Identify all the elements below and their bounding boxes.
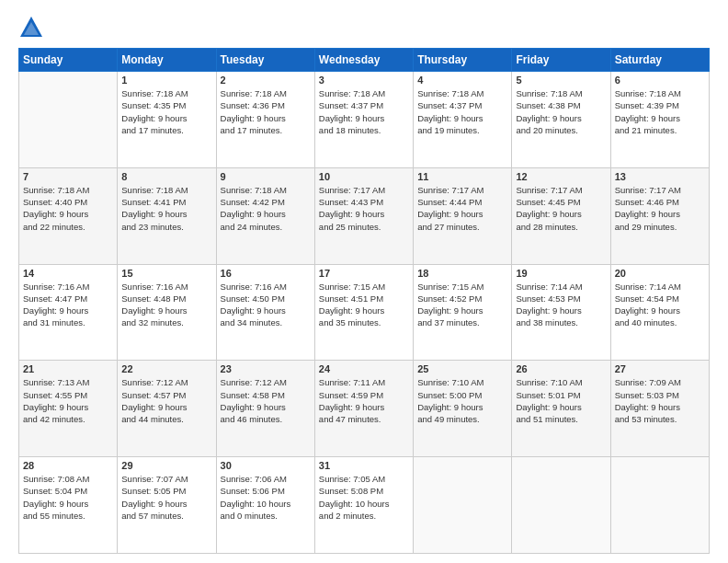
header-day: Friday [512, 49, 610, 72]
day-number: 8 [121, 171, 211, 182]
header-day: Thursday [414, 49, 512, 72]
day-info: Sunrise: 7:10 AM Sunset: 5:01 PM Dayligh… [516, 376, 606, 425]
calendar-cell: 2Sunrise: 7:18 AM Sunset: 4:36 PM Daylig… [216, 72, 314, 168]
header-day: Tuesday [216, 49, 314, 72]
day-info: Sunrise: 7:07 AM Sunset: 5:05 PM Dayligh… [121, 473, 211, 522]
day-number: 9 [221, 171, 311, 182]
day-number: 3 [319, 75, 409, 86]
day-number: 17 [319, 268, 409, 279]
day-number: 7 [23, 171, 113, 182]
day-number: 18 [417, 268, 507, 279]
calendar-cell: 18Sunrise: 7:15 AM Sunset: 4:52 PM Dayli… [414, 264, 512, 361]
header-day: Saturday [610, 49, 709, 72]
calendar-cell [19, 72, 118, 168]
day-info: Sunrise: 7:06 AM Sunset: 5:06 PM Dayligh… [221, 473, 311, 522]
calendar-cell: 25Sunrise: 7:10 AM Sunset: 5:00 PM Dayli… [414, 361, 512, 457]
day-number: 27 [615, 363, 705, 374]
calendar-cell: 28Sunrise: 7:08 AM Sunset: 5:04 PM Dayli… [19, 457, 118, 554]
page: SundayMondayTuesdayWednesdayThursdayFrid… [0, 0, 728, 563]
day-info: Sunrise: 7:18 AM Sunset: 4:37 PM Dayligh… [319, 87, 409, 136]
header-row: SundayMondayTuesdayWednesdayThursdayFrid… [19, 49, 710, 72]
day-number: 23 [221, 363, 311, 374]
day-number: 4 [417, 75, 507, 86]
calendar-cell [610, 457, 709, 554]
calendar-cell: 21Sunrise: 7:13 AM Sunset: 4:55 PM Dayli… [19, 361, 118, 457]
day-number: 26 [516, 363, 606, 374]
day-number: 29 [121, 460, 211, 471]
calendar-cell: 5Sunrise: 7:18 AM Sunset: 4:38 PM Daylig… [512, 72, 610, 168]
calendar-cell: 30Sunrise: 7:06 AM Sunset: 5:06 PM Dayli… [216, 457, 314, 554]
calendar-cell: 23Sunrise: 7:12 AM Sunset: 4:58 PM Dayli… [216, 361, 314, 457]
day-info: Sunrise: 7:16 AM Sunset: 4:47 PM Dayligh… [23, 281, 113, 329]
day-info: Sunrise: 7:11 AM Sunset: 4:59 PM Dayligh… [319, 376, 409, 425]
day-number: 1 [121, 75, 211, 86]
day-info: Sunrise: 7:10 AM Sunset: 5:00 PM Dayligh… [417, 376, 507, 425]
calendar-body: 1Sunrise: 7:18 AM Sunset: 4:35 PM Daylig… [19, 72, 710, 554]
day-info: Sunrise: 7:05 AM Sunset: 5:08 PM Dayligh… [319, 473, 409, 522]
day-info: Sunrise: 7:17 AM Sunset: 4:43 PM Dayligh… [319, 184, 409, 233]
day-info: Sunrise: 7:08 AM Sunset: 5:04 PM Dayligh… [23, 473, 113, 522]
logo [18, 15, 48, 40]
calendar-cell: 15Sunrise: 7:16 AM Sunset: 4:48 PM Dayli… [118, 264, 216, 361]
calendar-cell: 24Sunrise: 7:11 AM Sunset: 4:59 PM Dayli… [314, 361, 413, 457]
day-info: Sunrise: 7:18 AM Sunset: 4:35 PM Dayligh… [121, 87, 211, 136]
calendar-row: 7Sunrise: 7:18 AM Sunset: 4:40 PM Daylig… [19, 167, 710, 264]
calendar-row: 21Sunrise: 7:13 AM Sunset: 4:55 PM Dayli… [19, 361, 710, 457]
day-number: 11 [417, 171, 507, 182]
calendar-cell: 4Sunrise: 7:18 AM Sunset: 4:37 PM Daylig… [414, 72, 512, 168]
day-info: Sunrise: 7:18 AM Sunset: 4:39 PM Dayligh… [615, 87, 705, 136]
day-number: 15 [121, 268, 211, 279]
calendar-cell: 6Sunrise: 7:18 AM Sunset: 4:39 PM Daylig… [610, 72, 709, 168]
calendar-cell: 14Sunrise: 7:16 AM Sunset: 4:47 PM Dayli… [19, 264, 118, 361]
day-info: Sunrise: 7:17 AM Sunset: 4:46 PM Dayligh… [615, 184, 705, 233]
calendar-cell: 10Sunrise: 7:17 AM Sunset: 4:43 PM Dayli… [314, 167, 413, 264]
day-number: 28 [23, 460, 113, 471]
day-info: Sunrise: 7:16 AM Sunset: 4:50 PM Dayligh… [221, 281, 311, 329]
day-number: 5 [516, 75, 606, 86]
day-info: Sunrise: 7:09 AM Sunset: 5:03 PM Dayligh… [615, 376, 705, 425]
day-number: 16 [221, 268, 311, 279]
calendar-cell: 17Sunrise: 7:15 AM Sunset: 4:51 PM Dayli… [314, 264, 413, 361]
calendar-cell: 13Sunrise: 7:17 AM Sunset: 4:46 PM Dayli… [610, 167, 709, 264]
calendar-cell: 11Sunrise: 7:17 AM Sunset: 4:44 PM Dayli… [414, 167, 512, 264]
day-info: Sunrise: 7:14 AM Sunset: 4:53 PM Dayligh… [516, 281, 606, 329]
calendar-cell: 22Sunrise: 7:12 AM Sunset: 4:57 PM Dayli… [118, 361, 216, 457]
day-number: 2 [221, 75, 311, 86]
day-number: 13 [615, 171, 705, 182]
day-info: Sunrise: 7:12 AM Sunset: 4:58 PM Dayligh… [221, 376, 311, 425]
day-info: Sunrise: 7:18 AM Sunset: 4:38 PM Dayligh… [516, 87, 606, 136]
day-number: 22 [121, 363, 211, 374]
calendar-cell: 7Sunrise: 7:18 AM Sunset: 4:40 PM Daylig… [19, 167, 118, 264]
calendar-cell: 3Sunrise: 7:18 AM Sunset: 4:37 PM Daylig… [314, 72, 413, 168]
day-info: Sunrise: 7:15 AM Sunset: 4:51 PM Dayligh… [319, 281, 409, 329]
day-info: Sunrise: 7:17 AM Sunset: 4:44 PM Dayligh… [417, 184, 507, 233]
calendar-cell: 16Sunrise: 7:16 AM Sunset: 4:50 PM Dayli… [216, 264, 314, 361]
day-number: 30 [221, 460, 311, 471]
day-number: 31 [319, 460, 409, 471]
day-info: Sunrise: 7:16 AM Sunset: 4:48 PM Dayligh… [121, 281, 211, 329]
calendar-cell: 31Sunrise: 7:05 AM Sunset: 5:08 PM Dayli… [314, 457, 413, 554]
calendar-cell [512, 457, 610, 554]
calendar-table: SundayMondayTuesdayWednesdayThursdayFrid… [18, 48, 710, 554]
calendar-cell: 20Sunrise: 7:14 AM Sunset: 4:54 PM Dayli… [610, 264, 709, 361]
day-number: 19 [516, 268, 606, 279]
calendar-cell: 1Sunrise: 7:18 AM Sunset: 4:35 PM Daylig… [118, 72, 216, 168]
calendar-row: 1Sunrise: 7:18 AM Sunset: 4:35 PM Daylig… [19, 72, 710, 168]
calendar-cell: 8Sunrise: 7:18 AM Sunset: 4:41 PM Daylig… [118, 167, 216, 264]
day-info: Sunrise: 7:14 AM Sunset: 4:54 PM Dayligh… [615, 281, 705, 329]
day-info: Sunrise: 7:13 AM Sunset: 4:55 PM Dayligh… [23, 376, 113, 425]
day-info: Sunrise: 7:18 AM Sunset: 4:36 PM Dayligh… [221, 87, 311, 136]
day-info: Sunrise: 7:18 AM Sunset: 4:41 PM Dayligh… [121, 184, 211, 233]
day-number: 12 [516, 171, 606, 182]
calendar-row: 28Sunrise: 7:08 AM Sunset: 5:04 PM Dayli… [19, 457, 710, 554]
day-number: 20 [615, 268, 705, 279]
day-number: 24 [319, 363, 409, 374]
day-number: 10 [319, 171, 409, 182]
calendar-cell: 26Sunrise: 7:10 AM Sunset: 5:01 PM Dayli… [512, 361, 610, 457]
header-day: Sunday [19, 49, 118, 72]
day-info: Sunrise: 7:18 AM Sunset: 4:40 PM Dayligh… [23, 184, 113, 233]
day-number: 25 [417, 363, 507, 374]
calendar-cell: 9Sunrise: 7:18 AM Sunset: 4:42 PM Daylig… [216, 167, 314, 264]
day-info: Sunrise: 7:12 AM Sunset: 4:57 PM Dayligh… [121, 376, 211, 425]
header-day: Wednesday [314, 49, 413, 72]
